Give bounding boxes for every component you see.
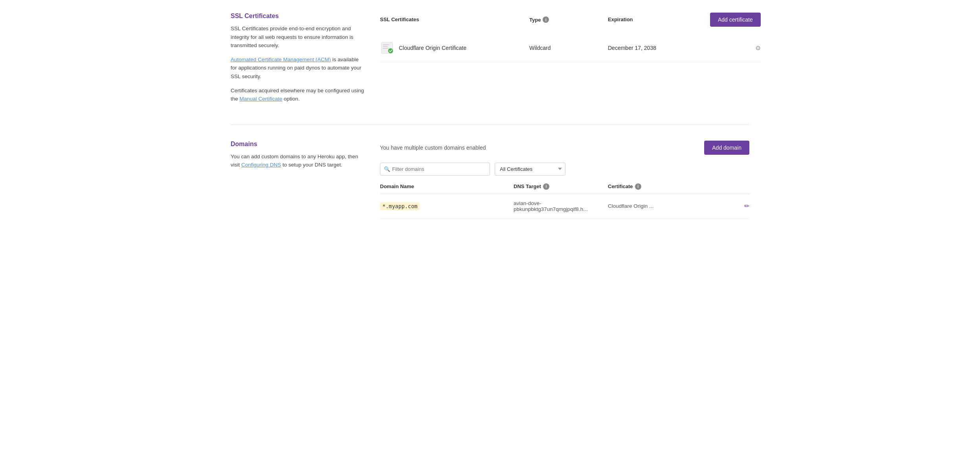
ssl-table-row: Cloudflare Origin Certificate Wildcard D… <box>380 34 761 62</box>
dns-target-cell: avian-dove-pbkunpbktg37un7qmgjpqif8.h... <box>514 200 608 212</box>
ssl-col-header-exp: Expiration <box>608 16 710 23</box>
domains-subtitle: You have multiple custom domains enabled <box>380 145 486 151</box>
domains-header: You have multiple custom domains enabled… <box>380 141 749 155</box>
ssl-table-headers: SSL Certificates Type i Expiration <box>380 16 710 23</box>
cert-actions: ⚙ <box>741 44 761 52</box>
certificate-filter-select[interactable]: All Certificates <box>495 163 565 176</box>
ssl-description: SSL Certificates SSL Certificates provid… <box>231 13 364 109</box>
domains-desc: You can add custom domains to any Heroku… <box>231 152 364 169</box>
dns-info-icon[interactable]: i <box>543 183 549 190</box>
ssl-desc-2: Automated Certificate Management (ACM) i… <box>231 55 364 81</box>
filter-bar: 🔍 All Certificates <box>380 163 749 176</box>
cert-name: Cloudflare Origin Certificate <box>399 45 466 51</box>
svg-rect-3 <box>383 48 388 49</box>
ssl-table-topbar: SSL Certificates Type i Expiration Add c… <box>380 13 761 27</box>
filter-input-wrap: 🔍 <box>380 163 490 176</box>
ssl-col-header-name: SSL Certificates <box>380 16 529 23</box>
cert-expiration: December 17, 2038 <box>608 45 741 51</box>
cert-type: Wildcard <box>529 45 608 51</box>
configuring-dns-link[interactable]: Configuring DNS <box>241 162 281 168</box>
domain-table-row: *.myapp.com avian-dove-pbkunpbktg37un7qm… <box>380 194 749 219</box>
type-info-icon[interactable]: i <box>543 16 549 23</box>
cert-gear-icon[interactable]: ⚙ <box>755 44 761 52</box>
domain-col-dns: DNS Target i <box>514 183 608 190</box>
certificate-icon <box>380 41 394 55</box>
domain-col-name: Domain Name <box>380 183 514 190</box>
ssl-title: SSL Certificates <box>231 13 364 20</box>
filter-domains-input[interactable] <box>380 163 490 176</box>
ssl-desc-3: Certificates acquired elsewhere may be c… <box>231 86 364 103</box>
domain-table-header: Domain Name DNS Target i Certificate i <box>380 183 749 194</box>
domains-section: Domains You can add custom domains to an… <box>231 141 749 234</box>
cert-name-cell: Cloudflare Origin Certificate <box>380 41 529 55</box>
ssl-desc-1: SSL Certificates provide end-to-end encr… <box>231 24 364 50</box>
add-domain-button[interactable]: Add domain <box>704 141 749 155</box>
svg-rect-2 <box>383 46 388 47</box>
search-icon: 🔍 <box>384 166 390 172</box>
domains-description: Domains You can add custom domains to an… <box>231 141 364 219</box>
add-certificate-button[interactable]: Add certificate <box>710 13 761 27</box>
ssl-section: SSL Certificates SSL Certificates provid… <box>231 13 749 125</box>
svg-rect-1 <box>383 44 389 45</box>
domain-name: *.myapp.com <box>380 202 420 210</box>
acm-link[interactable]: Automated Certificate Management (ACM) <box>231 57 331 62</box>
ssl-table-area: SSL Certificates Type i Expiration Add c… <box>380 13 761 109</box>
manual-cert-link[interactable]: Manual Certificate <box>240 96 283 102</box>
domains-title: Domains <box>231 141 364 148</box>
domains-table-area: You have multiple custom domains enabled… <box>380 141 749 219</box>
domain-edit-icon[interactable]: ✏ <box>734 202 749 210</box>
cert-col-info-icon[interactable]: i <box>635 183 641 190</box>
domain-cert-cell: Cloudflare Origin ... <box>608 203 734 209</box>
domain-name-cell: *.myapp.com <box>380 203 514 209</box>
svg-point-4 <box>388 48 393 53</box>
domain-col-action <box>734 183 749 190</box>
ssl-col-header-type: Type i <box>529 16 608 23</box>
domain-col-cert: Certificate i <box>608 183 734 190</box>
